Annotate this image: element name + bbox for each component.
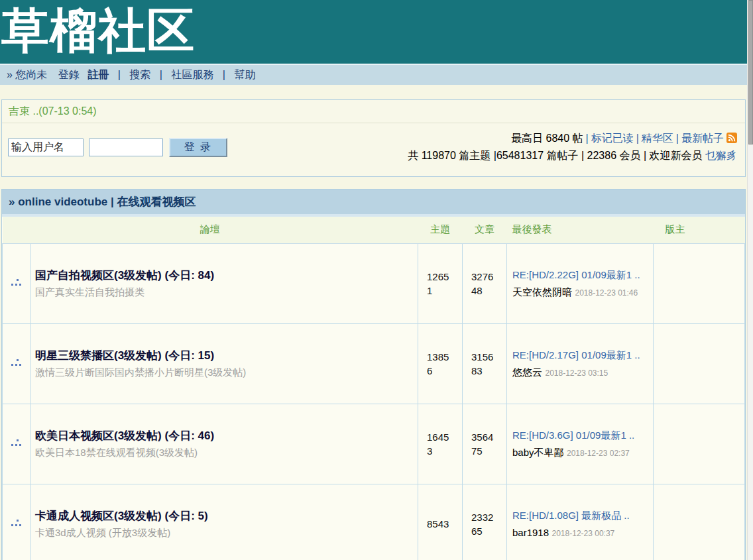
page: 草榴社区 » 您尚未 登錄 註冊 | 搜索 | 社區服務 | 幫助 吉束 ..(… (0, 0, 747, 560)
nav-login-link[interactable]: 登錄 (58, 69, 80, 80)
forum-row: 卡通成人视频区(3级发帖) (今日: 5) 卡通3d成人视频 (开放3级发帖) … (3, 484, 745, 560)
nav-register-link[interactable]: 註冊 (87, 69, 109, 80)
login-area: 登 录 最高日 6840 帖|标记已读|精华区|最新帖子 共 119870 篇主… (2, 123, 745, 176)
last-post-time: 2018-12-23 01:46 (575, 288, 638, 298)
last-post-link[interactable]: RE:[HD/3.6G] 01/09最新1 .. (512, 427, 648, 443)
topic-count: 16453 (418, 404, 463, 484)
nav-services-link[interactable]: 社區服務 (171, 69, 213, 80)
moderator-cell (654, 484, 745, 560)
forum-row: 明星三级禁播区(3级发帖) (今日: 15) 激情三级片断国际国内禁播小片断明星… (3, 323, 745, 404)
last-post-time: 2018-12-23 03:15 (545, 368, 608, 378)
topic-count: 12651 (418, 243, 463, 323)
mark-read-link[interactable]: 标记已读 (591, 133, 634, 144)
digest-link[interactable]: 精华区 (642, 133, 673, 144)
last-post-cell: RE:[HD/1.08G] 最新极品 .. bar1918 2018-12-23… (507, 484, 654, 560)
password-input[interactable] (89, 139, 163, 156)
scrollbar-thumb[interactable] (748, 0, 753, 144)
forum-row: 国产自拍视频区(3级发帖) (今日: 84) 国产真实生活自我拍摄类 12651… (3, 243, 745, 323)
forum-cell: 欧美日本视频区(3级发帖) (今日: 46) 欧美日本18禁在线观看视频(3级发… (31, 404, 418, 484)
stats-divider: | (636, 133, 639, 144)
nav-divider: | (160, 69, 162, 80)
last-post-author[interactable]: baby不卑鄙 (512, 447, 564, 458)
forum-cell: 明星三级禁播区(3级发帖) (今日: 15) 激情三级片断国际国内禁播小片断明星… (31, 323, 418, 404)
topic-count: 8543 (418, 484, 463, 560)
latest-posts-link[interactable]: 最新帖子 (681, 133, 724, 144)
forum-row: 欧美日本视频区(3级发帖) (今日: 46) 欧美日本18禁在线观看视频(3级发… (3, 404, 745, 484)
last-post-time: 2018-12-23 00:37 (552, 529, 615, 538)
column-topics: 主題 (418, 217, 463, 243)
stats-line1: 最高日 6840 帖|标记已读|精华区|最新帖子 (408, 130, 737, 147)
forum-table: 論壇 主題 文章 最後發表 版主 国产自拍视频区(3级发帖) (今日: 84) … (2, 217, 745, 560)
board-stats: 最高日 6840 帖|标记已读|精华区|最新帖子 共 119870 篇主题 |6… (408, 130, 737, 164)
stats-divider: | (676, 133, 679, 144)
max-day-posts: 最高日 6840 帖 (511, 133, 583, 144)
forum-link[interactable]: 欧美日本视频区(3级发帖) (今日: 46) (35, 428, 411, 443)
nav-search-link[interactable]: 搜索 (129, 69, 150, 80)
login-status-text: » 您尚未 (7, 69, 47, 80)
stats-line2: 共 119870 篇主题 |65481317 篇帖子 | 22386 会员 | … (408, 147, 737, 164)
moderator-cell (654, 323, 745, 404)
column-posts: 文章 (463, 217, 507, 243)
topic-count: 13856 (418, 323, 463, 404)
forum-description: 欧美日本18禁在线观看视频(3级发帖) (35, 447, 411, 459)
forum-link[interactable]: 国产自拍视频区(3级发帖) (今日: 84) (35, 268, 411, 283)
last-post-author[interactable]: 悠悠云 (512, 366, 542, 378)
login-button[interactable]: 登 录 (169, 138, 227, 157)
forum-status-icon (3, 404, 31, 484)
last-post-cell: RE:[HD/3.6G] 01/09最新1 .. baby不卑鄙 2018-12… (507, 404, 654, 484)
nav-divider: | (223, 69, 225, 80)
announcement-text[interactable]: 吉束 ..(07-13 0:54) (2, 100, 745, 123)
forum-status-icon (3, 323, 31, 404)
column-forum: 論壇 (3, 217, 418, 243)
column-last-post: 最後發表 (507, 217, 654, 243)
post-count: 233265 (463, 484, 507, 560)
forum-status-icon (3, 243, 31, 323)
last-post-cell: RE:[HD/2.22G] 01/09最新1 .. 天空依然阴暗 2018-12… (507, 243, 654, 323)
rss-icon[interactable] (726, 131, 737, 142)
totals-text: 共 119870 篇主题 |65481317 篇帖子 | 22386 会员 | … (408, 150, 702, 161)
nav-help-link[interactable]: 幫助 (234, 69, 255, 80)
newest-member-link[interactable]: 乜獬豸 (705, 150, 737, 161)
forum-category-panel: » online videotube | 在线观看视频区 論壇 主題 文章 最後… (1, 189, 746, 560)
forum-cell: 国产自拍视频区(3级发帖) (今日: 84) 国产真实生活自我拍摄类 (31, 243, 418, 323)
last-post-author[interactable]: 天空依然阴暗 (512, 286, 572, 298)
post-count: 356475 (463, 404, 507, 484)
last-post-link[interactable]: RE:[HD/1.08G] 最新极品 .. (512, 508, 648, 523)
forum-description: 卡通3d成人视频 (开放3级发帖) (35, 527, 411, 539)
stats-divider: | (586, 133, 589, 144)
category-title[interactable]: » online videotube | 在线观看视频区 (2, 190, 745, 217)
nav-divider: | (118, 69, 121, 80)
top-navbar: » 您尚未 登錄 註冊 | 搜索 | 社區服務 | 幫助 (0, 64, 747, 85)
vertical-scrollbar[interactable] (747, 0, 753, 560)
site-title: 草榴社区 (1, 0, 747, 61)
announcement-panel: 吉束 ..(07-13 0:54) 登 录 最高日 6840 帖|标记已读|精华… (1, 99, 746, 177)
forum-description: 国产真实生活自我拍摄类 (35, 286, 411, 299)
last-post-cell: RE:[HD/2.17G] 01/09最新1 .. 悠悠云 2018-12-23… (507, 323, 654, 404)
username-input[interactable] (8, 139, 84, 156)
forum-link[interactable]: 明星三级禁播区(3级发帖) (今日: 15) (35, 348, 411, 363)
forum-status-icon (3, 484, 31, 560)
last-post-time: 2018-12-23 02:37 (567, 449, 630, 458)
forum-cell: 卡通成人视频区(3级发帖) (今日: 5) 卡通3d成人视频 (开放3级发帖) (31, 484, 418, 560)
forum-link[interactable]: 卡通成人视频区(3级发帖) (今日: 5) (35, 508, 411, 524)
post-count: 327648 (463, 243, 507, 323)
column-moderator: 版主 (654, 217, 745, 243)
moderator-cell (654, 404, 745, 484)
last-post-link[interactable]: RE:[HD/2.17G] 01/09最新1 .. (512, 347, 648, 363)
post-count: 315683 (463, 323, 507, 404)
forum-description: 激情三级片断国际国内禁播小片断明星(3级发帖) (35, 366, 411, 379)
table-header-row: 論壇 主題 文章 最後發表 版主 (3, 217, 745, 243)
last-post-link[interactable]: RE:[HD/2.22G] 01/09最新1 .. (512, 267, 648, 282)
site-banner: 草榴社区 (0, 0, 747, 64)
moderator-cell (654, 243, 745, 323)
last-post-author[interactable]: bar1918 (512, 527, 549, 538)
